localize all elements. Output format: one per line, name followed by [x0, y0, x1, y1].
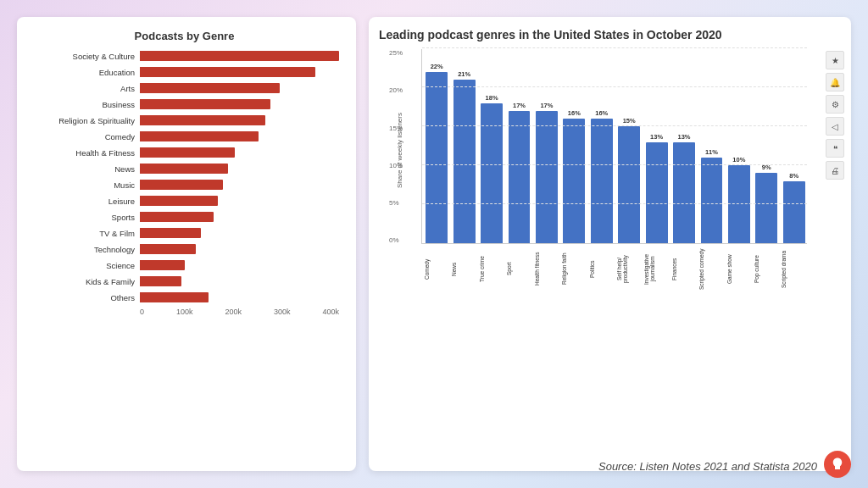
vbc-bar [453, 80, 476, 243]
bar-row: Technology [30, 242, 339, 256]
statista-icons: ★ 🔔 ⚙ ◁ ❝ 🖨 [826, 51, 844, 180]
left-chart-panel: Podcasts by Genre Society & CultureEduca… [17, 17, 356, 471]
bar-container [140, 180, 339, 190]
horizontal-bar-chart: Society & CultureEducationArtsBusinessRe… [30, 49, 339, 304]
vbc-bar [755, 173, 777, 243]
bar-row: Society & Culture [30, 49, 339, 63]
vbc-value-label: 17% [513, 102, 526, 109]
bar-label: TV & Film [30, 229, 140, 238]
bar-label: Leisure [30, 197, 140, 206]
bar-container [140, 196, 339, 206]
y-tick-5: 5% [389, 199, 403, 207]
vbc-x-label: Comedy [424, 246, 449, 292]
vbc-bar [618, 126, 640, 243]
vbc-x-label: Finances [671, 246, 697, 292]
print-icon[interactable]: 🖨 [826, 161, 844, 180]
bar-row: TV & Film [30, 226, 339, 240]
vbc-value-label: 16% [568, 109, 581, 117]
bar-label: Arts [30, 84, 140, 93]
vbc-bar [701, 158, 723, 243]
vbc-x-label: Politics [589, 246, 615, 292]
bell-icon[interactable]: 🔔 [826, 73, 844, 92]
vbc-bar-group: 17% [534, 49, 559, 243]
source-line: Source: Listen Notes 2021 and Statista 2… [598, 460, 817, 473]
vbc-bar [783, 181, 805, 244]
vbc-bar-group: 9% [754, 49, 779, 243]
bar-fill [140, 212, 214, 222]
x-label-200k: 200k [225, 308, 242, 316]
bar-container [140, 244, 339, 254]
vbc-x-label: True crime [479, 246, 504, 292]
star-icon[interactable]: ★ [826, 51, 844, 69]
bar-fill [140, 83, 280, 93]
x-axis-labels: 0 100k 200k 300k 400k [140, 308, 339, 316]
vbc-bar [673, 142, 695, 244]
y-tick-0: 0% [389, 236, 403, 244]
bar-container [140, 83, 339, 93]
bar-container [140, 164, 339, 174]
bar-row: News [30, 162, 339, 175]
vbc-x-label: Sport [506, 246, 531, 292]
bar-fill [140, 147, 235, 158]
vbc-x-label: Self help/ productivity [616, 246, 642, 292]
vbc-value-label: 21% [458, 70, 470, 78]
bar-fill [140, 244, 196, 254]
vbc-bar-group: 13% [643, 49, 669, 243]
bar-container [140, 131, 339, 141]
vbc-bar [563, 119, 585, 243]
vertical-bar-chart: 22%21%18%17%17%16%16%15%13%13%11%10%9%8% [421, 49, 807, 244]
bar-label: Others [30, 293, 140, 302]
bar-row: Music [30, 178, 339, 191]
vbc-value-label: 10% [732, 156, 745, 164]
vbc-x-label: Pop culture [754, 246, 779, 292]
logo-icon [824, 451, 851, 478]
vbc-bar-group: 16% [589, 49, 615, 243]
vbc-value-label: 22% [431, 63, 443, 70]
bar-fill [140, 260, 185, 270]
x-label-0: 0 [140, 308, 144, 316]
vbc-bar-group: 13% [671, 49, 697, 243]
bar-row: Comedy [30, 130, 339, 143]
vbc-bar [536, 111, 558, 243]
bar-fill [140, 164, 228, 174]
y-tick-20: 20% [389, 86, 403, 94]
vbc-bar [509, 111, 531, 243]
share-icon[interactable]: ◁ [826, 117, 844, 136]
bar-fill [140, 196, 218, 206]
vbc-x-label: Health fitness [534, 246, 559, 292]
vbc-bar-group: 15% [616, 49, 642, 243]
main-container: Podcasts by Genre Society & CultureEduca… [0, 0, 868, 488]
vbc-value-label: 8% [789, 172, 798, 180]
vbc-x-label: Scripted comedy [698, 246, 724, 292]
gear-icon[interactable]: ⚙ [826, 95, 844, 114]
bar-row: Kids & Family [30, 274, 339, 288]
vbc-x-label: News [451, 246, 476, 292]
bar-container [140, 260, 339, 270]
bar-row: Health & Fitness [30, 146, 339, 159]
vbc-bar-group: 17% [506, 49, 531, 243]
left-chart-title: Podcasts by Genre [30, 30, 339, 42]
bar-fill [140, 99, 270, 109]
vbc-bar-group: 18% [479, 49, 504, 243]
vbc-value-label: 11% [705, 148, 718, 156]
vbc-x-label: Scripted drama [781, 246, 806, 292]
bar-container [140, 51, 339, 61]
vbc-x-label: Religion faith [561, 246, 587, 292]
bar-label: Kids & Family [30, 277, 140, 286]
bar-fill [140, 131, 259, 141]
bar-label: Technology [30, 245, 140, 254]
vbc-value-label: 15% [623, 117, 636, 125]
vbc-value-label: 16% [595, 109, 608, 117]
bar-fill [140, 292, 209, 302]
bar-label: Health & Fitness [30, 148, 140, 158]
vbc-bar [481, 103, 503, 244]
quote-icon[interactable]: ❝ [826, 139, 844, 158]
bar-row: Religion & Spirituality [30, 114, 339, 127]
bar-label: Comedy [30, 132, 140, 141]
bar-container [140, 67, 339, 77]
bar-fill [140, 180, 223, 190]
bar-row: Education [30, 65, 339, 79]
bar-row: Others [30, 291, 339, 304]
vbc-value-label: 9% [762, 164, 771, 171]
bar-container [140, 99, 339, 109]
